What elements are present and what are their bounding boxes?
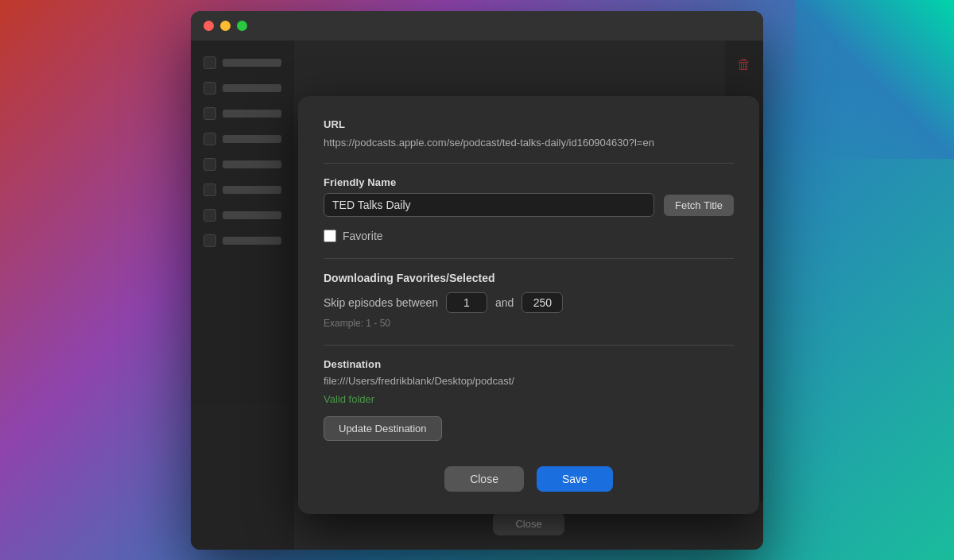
skip-example: Example: 1 - 50 xyxy=(324,318,734,329)
list-item xyxy=(197,53,288,72)
valid-folder-text: Valid folder xyxy=(324,393,734,405)
save-button[interactable]: Save xyxy=(537,466,613,492)
skip-label: Skip episodes between xyxy=(324,296,438,309)
friendly-name-label: Friendly Name xyxy=(324,176,734,188)
list-item xyxy=(197,104,288,123)
main-content: 🗑 🗑 🗑 🗑 🗑 🗑 🗑 🗑 URL https://podcasts.app… xyxy=(294,41,763,550)
list-line xyxy=(223,211,281,219)
list-line xyxy=(223,59,281,67)
favorite-label: Favorite xyxy=(343,230,383,242)
downloading-section: Downloading Favorites/Selected Skip epis… xyxy=(324,272,734,329)
downloading-section-title: Downloading Favorites/Selected xyxy=(324,272,734,284)
close-button[interactable]: Close xyxy=(444,466,524,492)
destination-section: Destination file:///Users/fredrikblank/D… xyxy=(324,358,734,441)
list-item xyxy=(197,231,288,250)
list-line xyxy=(223,160,281,168)
divider-3 xyxy=(324,345,734,346)
list-checkbox xyxy=(204,234,216,247)
bottom-close-button[interactable]: Close xyxy=(493,512,564,535)
fetch-title-button[interactable]: Fetch Title xyxy=(664,195,734,216)
friendly-name-row: Fetch Title xyxy=(324,193,734,217)
title-bar xyxy=(191,11,763,41)
dialog-footer: Close Save xyxy=(324,463,734,492)
friendly-name-section: Friendly Name Fetch Title xyxy=(324,176,734,217)
skip-and: and xyxy=(495,296,514,309)
list-checkbox xyxy=(204,209,216,222)
favorite-row: Favorite xyxy=(324,230,734,242)
list-item xyxy=(197,206,288,225)
dialog: URL https://podcasts.apple.com/se/podcas… xyxy=(298,96,759,515)
url-label: URL xyxy=(324,118,734,130)
list-checkbox xyxy=(204,56,216,69)
divider-2 xyxy=(324,258,734,259)
list-item xyxy=(197,180,288,199)
window-body: 🗑 🗑 🗑 🗑 🗑 🗑 🗑 🗑 URL https://podcasts.app… xyxy=(191,41,763,550)
app-window: 🗑 🗑 🗑 🗑 🗑 🗑 🗑 🗑 URL https://podcasts.app… xyxy=(191,11,763,550)
list-item xyxy=(197,129,288,149)
friendly-name-input[interactable] xyxy=(324,193,654,217)
list-item xyxy=(197,79,288,98)
destination-value: file:///Users/fredrikblank/Desktop/podca… xyxy=(324,375,734,387)
traffic-close[interactable] xyxy=(204,21,214,31)
divider xyxy=(324,163,734,164)
traffic-minimize[interactable] xyxy=(220,21,231,31)
favorite-checkbox[interactable] xyxy=(324,230,336,242)
list-checkbox xyxy=(204,107,216,120)
trash-icon[interactable]: 🗑 xyxy=(737,56,751,73)
skip-from-input[interactable] xyxy=(446,292,487,313)
list-line xyxy=(223,237,281,245)
list-line xyxy=(223,135,281,143)
list-checkbox xyxy=(204,82,216,95)
traffic-maximize[interactable] xyxy=(237,21,247,31)
update-destination-button[interactable]: Update Destination xyxy=(324,416,442,441)
list-checkbox xyxy=(204,183,216,196)
destination-label: Destination xyxy=(324,358,734,370)
skip-row: Skip episodes between and xyxy=(324,292,734,313)
sidebar-area xyxy=(191,41,294,550)
url-value: https://podcasts.apple.com/se/podcast/te… xyxy=(324,135,734,151)
list-line xyxy=(223,84,281,92)
skip-to-input[interactable] xyxy=(522,292,563,313)
list-line xyxy=(223,110,281,118)
list-checkbox xyxy=(204,133,216,145)
list-checkbox xyxy=(204,158,216,171)
list-item xyxy=(197,155,288,174)
list-line xyxy=(223,186,281,194)
url-section: URL https://podcasts.apple.com/se/podcas… xyxy=(324,118,734,151)
